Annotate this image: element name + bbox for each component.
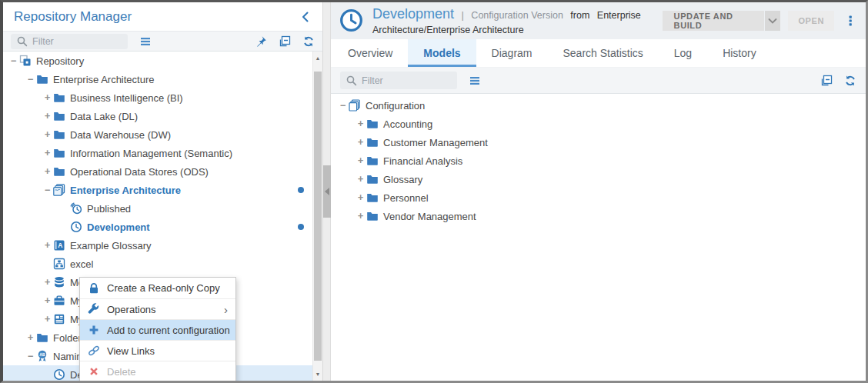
menu-hamburger-icon[interactable] (469, 75, 481, 87)
menu-hamburger-icon[interactable] (139, 35, 152, 48)
tree-row[interactable]: + Financial Analysis (331, 152, 866, 170)
wrench-icon (88, 303, 100, 315)
tree-row[interactable]: + Data Lake (DL) (3, 107, 312, 125)
menu-item-label: View Links (107, 345, 155, 357)
collapse-expander-icon[interactable]: − (25, 351, 36, 361)
scroll-down-icon[interactable]: ▼ (313, 369, 322, 379)
expand-expander-icon[interactable]: + (42, 277, 53, 288)
briefcase-icon (53, 295, 66, 307)
chevron-down-icon (766, 15, 779, 27)
expand-expander-icon[interactable]: + (355, 211, 366, 221)
search-icon (16, 35, 28, 48)
collapse-all-icon[interactable] (279, 35, 291, 48)
kebab-menu-icon[interactable] (844, 15, 856, 27)
panel-splitter[interactable] (323, 2, 331, 381)
model-stack-icon (53, 184, 66, 196)
update-and-build-button[interactable]: UPDATE AND BUILD (663, 11, 764, 31)
refresh-icon[interactable] (302, 35, 315, 48)
expand-expander-icon[interactable]: + (355, 137, 366, 148)
tab-models[interactable]: Models (408, 39, 476, 67)
tree-row[interactable]: Development (3, 218, 312, 236)
menu-item-view-links[interactable]: View Links (80, 340, 235, 361)
expand-expander-icon[interactable]: + (355, 155, 366, 166)
tree-item-label: Configuration (366, 100, 425, 112)
expand-expander-icon[interactable]: + (42, 166, 53, 177)
tree-row[interactable]: + Accounting (331, 115, 866, 133)
search-icon (346, 75, 358, 87)
expand-expander-icon[interactable]: + (355, 174, 366, 185)
tab-diagram[interactable]: Diagram (476, 39, 548, 67)
expand-expander-icon[interactable]: + (355, 118, 366, 129)
collapse-panel-icon[interactable] (299, 11, 312, 23)
tree-item-label: excel (70, 258, 93, 270)
splitter-collapse-handle[interactable] (323, 165, 331, 218)
tree-row[interactable]: − Enterprise Architecture (3, 181, 312, 199)
splitter-arrow-icon (325, 188, 329, 195)
tree-row[interactable]: − Enterprise Architecture (3, 70, 312, 88)
expand-expander-icon[interactable]: + (42, 111, 53, 122)
collapse-all-icon[interactable] (820, 75, 833, 87)
tree-row[interactable]: Published (3, 199, 312, 218)
collapse-expander-icon[interactable]: − (8, 55, 19, 66)
tree-row[interactable]: − Repository (3, 52, 312, 70)
left-panel-header: Repository Manager (3, 2, 322, 32)
update-and-build-label: UPDATE AND BUILD (674, 12, 753, 30)
scroll-up-icon[interactable]: ▲ (313, 53, 322, 63)
menu-item-create-a-read-only-copy[interactable]: Create a Read-only Copy (80, 278, 235, 298)
tab-log[interactable]: Log (659, 39, 707, 67)
expand-expander-icon[interactable]: + (42, 240, 53, 251)
menu-item-label: Add to current configuration (107, 325, 230, 336)
tree-row[interactable]: − Configuration (331, 96, 866, 115)
folder-icon (53, 110, 66, 122)
scroll-thumb[interactable] (314, 72, 322, 361)
version-title-block: Development | Configuration Version from… (372, 7, 663, 37)
tree-row[interactable]: + Customer Management (331, 133, 866, 152)
award-icon: AB (36, 350, 49, 362)
expand-expander-icon[interactable]: + (42, 148, 53, 158)
tree-row[interactable]: + Personnel (331, 188, 866, 207)
tab-history[interactable]: History (707, 39, 772, 67)
tree-item-label: Information Management (Semantic) (70, 148, 232, 159)
tree-row[interactable]: + Data Warehouse (DW) (3, 125, 312, 144)
menu-item-operations[interactable]: Operations › (80, 298, 235, 319)
tab-label: Diagram (492, 47, 532, 59)
panel-title: Repository Manager (14, 9, 299, 25)
collapse-expander-icon[interactable]: − (25, 74, 36, 85)
tab-overview[interactable]: Overview (332, 39, 408, 67)
filter-input[interactable] (32, 36, 122, 47)
from-label: from (570, 10, 589, 21)
tree-row[interactable]: excel (3, 255, 312, 273)
tab-search-statistics[interactable]: Search Statistics (548, 39, 659, 67)
open-button[interactable]: OPEN (788, 11, 834, 31)
tree-row[interactable]: + A Example Glossary (3, 236, 312, 255)
tree-row[interactable]: + Vendor Management (331, 207, 866, 225)
tree-row[interactable]: + Glossary (331, 170, 866, 188)
collapse-expander-icon[interactable]: − (337, 100, 349, 111)
pin-icon[interactable] (255, 35, 267, 48)
tree-row[interactable]: + Information Management (Semantic) (3, 144, 312, 162)
expand-expander-icon[interactable]: + (355, 192, 366, 203)
tree-item-label: Financial Analysis (383, 155, 462, 167)
menu-item-label: Operations (107, 304, 156, 315)
plus-icon (88, 324, 100, 336)
refresh-icon[interactable] (844, 75, 856, 87)
menu-item-add-to-current-configuration[interactable]: Add to current configuration (80, 319, 235, 340)
expand-expander-icon[interactable]: + (42, 92, 53, 103)
vertical-scrollbar[interactable]: ▲ ▼ (312, 52, 322, 381)
tree-row[interactable]: + Operational Data Stores (ODS) (3, 162, 312, 181)
expand-expander-icon[interactable]: + (25, 332, 36, 343)
expand-expander-icon[interactable]: + (42, 295, 53, 306)
expand-expander-icon[interactable]: + (42, 314, 53, 325)
tree-item-label: Data Lake (DL) (70, 111, 138, 122)
filter-input[interactable] (362, 75, 452, 86)
menu-item-delete: Delete (80, 361, 235, 381)
tree-row[interactable]: + Business Intelligence (BI) (3, 88, 312, 107)
collapse-expander-icon[interactable]: − (42, 185, 53, 195)
tab-label: Overview (348, 47, 392, 59)
tree-item-label: Customer Management (383, 137, 488, 148)
expand-expander-icon[interactable]: + (42, 129, 53, 140)
folder-icon (366, 155, 379, 167)
update-and-build-dropdown[interactable] (765, 11, 781, 31)
clock-icon (53, 368, 66, 381)
version-title: Development (372, 6, 454, 22)
